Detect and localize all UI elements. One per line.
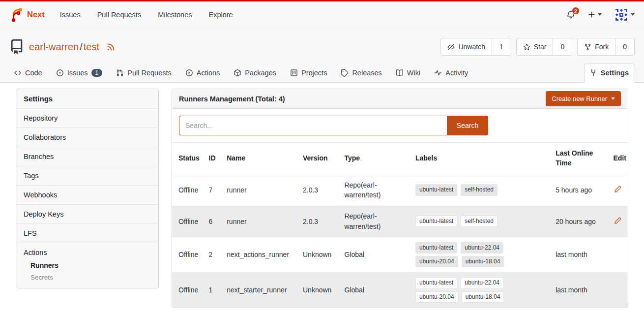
runner-id: 6 bbox=[205, 206, 223, 237]
tab-actions[interactable]: Actions bbox=[180, 64, 225, 82]
rss-feed-icon[interactable] bbox=[106, 42, 116, 52]
fork-button-group: Fork 0 bbox=[577, 38, 635, 56]
column-header-type: Type bbox=[340, 143, 411, 174]
edit-runner-button[interactable] bbox=[613, 185, 622, 194]
sidebar-item-tags[interactable]: Tags bbox=[16, 166, 158, 186]
play-circle-icon bbox=[185, 69, 193, 77]
star-button[interactable]: Star bbox=[517, 38, 553, 55]
search-input[interactable] bbox=[179, 116, 447, 135]
unwatch-button[interactable]: Unwatch bbox=[441, 38, 491, 55]
create-new-menu-button[interactable] bbox=[588, 11, 602, 18]
forks-count[interactable]: 0 bbox=[615, 38, 634, 55]
nav-item-issues[interactable]: Issues bbox=[52, 6, 89, 24]
runner-name: next_starter_runner bbox=[223, 272, 299, 308]
home-brand-link[interactable]: Next bbox=[9, 7, 45, 22]
fork-button[interactable]: Fork bbox=[578, 38, 615, 55]
sidebar-item-runners[interactable]: Runners bbox=[30, 261, 151, 269]
label-chip: ubuntu-latest bbox=[415, 277, 457, 288]
column-header-name: Name bbox=[223, 143, 299, 174]
caret-down-icon bbox=[611, 97, 615, 100]
repo-owner-link[interactable]: earl-warren bbox=[29, 41, 79, 52]
brand-name: Next bbox=[27, 10, 45, 19]
sidebar-item-secrets[interactable]: Secrets bbox=[30, 274, 151, 281]
runner-type: Repo(earl-warren/test) bbox=[344, 180, 402, 200]
package-cube-icon bbox=[234, 69, 241, 77]
repo-name-link[interactable]: test bbox=[84, 41, 99, 52]
tab-label: Projects bbox=[301, 69, 327, 77]
runner-status: Offline bbox=[172, 272, 205, 308]
fork-icon bbox=[584, 43, 591, 51]
nav-item-pull-requests[interactable]: Pull Requests bbox=[89, 6, 149, 24]
sidebar-item-branches[interactable]: Branches bbox=[16, 147, 158, 166]
tab-activity[interactable]: Activity bbox=[429, 64, 473, 82]
runners-panel: Runners Management (Total: 4) Create new… bbox=[172, 89, 628, 308]
sidebar-item-webhooks[interactable]: Webhooks bbox=[16, 186, 158, 205]
sidebar-item-collaborators[interactable]: Collaborators bbox=[16, 128, 158, 147]
eye-slash-icon bbox=[447, 43, 455, 51]
issues-count-badge: 1 bbox=[91, 69, 103, 77]
tab-wiki[interactable]: Wiki bbox=[391, 64, 425, 82]
pencil-icon bbox=[614, 217, 621, 224]
tab-issues[interactable]: Issues 1 bbox=[51, 64, 108, 82]
label-chip: ubuntu-latest bbox=[415, 242, 457, 254]
runner-status: Offline bbox=[172, 237, 205, 273]
label-chip: self-hosted bbox=[461, 216, 498, 227]
tag-icon bbox=[341, 69, 349, 77]
create-new-runner-button[interactable]: Create new Runner bbox=[546, 91, 621, 106]
tab-projects[interactable]: Projects bbox=[285, 64, 332, 82]
sidebar-item-lfs[interactable]: LFS bbox=[16, 224, 158, 243]
nav-item-explore[interactable]: Explore bbox=[200, 6, 241, 24]
issue-opened-icon bbox=[56, 69, 64, 77]
repo-book-icon bbox=[9, 39, 24, 54]
caret-down-icon bbox=[631, 13, 635, 16]
nav-item-milestones[interactable]: Milestones bbox=[149, 6, 200, 24]
create-new-runner-label: Create new Runner bbox=[552, 95, 607, 102]
runner-labels: ubuntu-latest ubuntu-22.04 ubuntu-20.04 … bbox=[415, 242, 510, 268]
watchers-count[interactable]: 1 bbox=[492, 38, 511, 55]
tab-packages[interactable]: Packages bbox=[229, 64, 281, 82]
tab-label: Issues bbox=[67, 69, 88, 77]
pulse-icon bbox=[434, 69, 442, 77]
sidebar-item-deploy-keys[interactable]: Deploy Keys bbox=[16, 205, 158, 224]
runner-labels: ubuntu-latest ubuntu-22.04 ubuntu-20.04 … bbox=[415, 277, 510, 303]
notifications-button[interactable]: 2 bbox=[566, 10, 575, 19]
git-pull-request-icon bbox=[116, 69, 124, 77]
plus-icon bbox=[588, 11, 595, 18]
code-icon bbox=[14, 69, 22, 77]
project-board-icon bbox=[290, 69, 298, 77]
user-menu-button[interactable] bbox=[615, 8, 635, 22]
runner-version: Unknown bbox=[299, 272, 340, 308]
panel-header: Runners Management (Total: 4) Create new… bbox=[172, 89, 628, 109]
label-chip: ubuntu-18.04 bbox=[462, 256, 504, 267]
tab-label: Settings bbox=[601, 69, 629, 77]
sidebar-item-actions[interactable]: Actions bbox=[24, 249, 151, 256]
column-header-edit: Edit bbox=[609, 143, 628, 174]
search-area: Search bbox=[172, 109, 628, 142]
sidebar-item-repository[interactable]: Repository bbox=[16, 109, 158, 128]
pencil-icon bbox=[614, 186, 621, 193]
tab-label: Activity bbox=[445, 69, 468, 77]
label-chip: self-hosted bbox=[461, 184, 498, 195]
tab-label: Actions bbox=[197, 69, 220, 77]
repo-tabbar: Code Issues 1 Pull Requests Actions Pa bbox=[0, 62, 644, 83]
runner-status: Offline bbox=[172, 206, 205, 237]
settings-sidebar: Settings Repository Collaborators Branch… bbox=[16, 89, 159, 288]
tab-code[interactable]: Code bbox=[9, 64, 47, 82]
search-button[interactable]: Search bbox=[447, 116, 488, 135]
sidebar-group-actions: Actions Runners Secrets bbox=[16, 243, 158, 288]
runner-labels: ubuntu-latest self-hosted bbox=[415, 216, 510, 227]
runner-last-online: last month bbox=[552, 237, 609, 273]
tab-settings[interactable]: Settings bbox=[584, 63, 634, 83]
watch-button-group: Unwatch 1 bbox=[440, 38, 511, 56]
column-header-id: ID bbox=[205, 143, 223, 174]
edit-runner-button[interactable] bbox=[613, 216, 622, 225]
runner-version: 2.0.3 bbox=[299, 174, 340, 206]
runner-type: Global bbox=[344, 250, 364, 259]
stars-count[interactable]: 0 bbox=[553, 38, 572, 55]
label-chip: ubuntu-20.04 bbox=[415, 256, 458, 267]
tab-pull-requests[interactable]: Pull Requests bbox=[111, 64, 176, 82]
tab-releases[interactable]: Releases bbox=[336, 64, 386, 82]
tab-label: Code bbox=[25, 69, 42, 77]
runner-name: runner bbox=[223, 206, 299, 237]
table-row: Offline 1 next_starter_runner Unknown Gl… bbox=[172, 272, 628, 308]
